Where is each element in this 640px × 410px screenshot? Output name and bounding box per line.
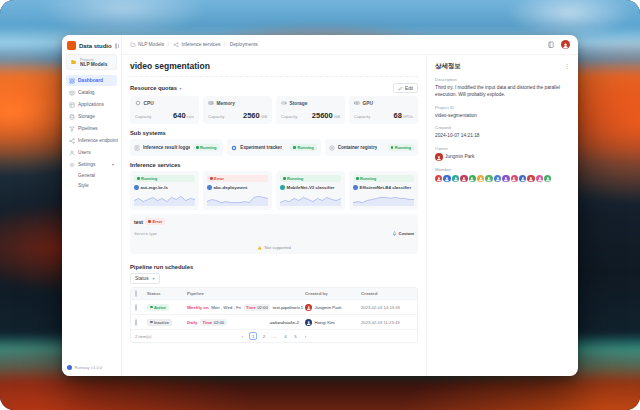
service-card[interactable]: Running EfficientNet-B4 classifier [349, 171, 418, 210]
drive-icon [281, 100, 287, 106]
project-id-label: Project ID [435, 105, 570, 110]
service-card-test[interactable]: test Error Service type Custom [130, 214, 418, 254]
member-avatar[interactable] [502, 175, 509, 182]
status-badge: Inactive [147, 319, 172, 326]
creator-name: Hongi Kim [315, 320, 335, 325]
member-avatar[interactable] [452, 175, 459, 182]
quota-name: CPU [144, 101, 154, 106]
status-badge: Active [147, 304, 169, 311]
select-all-checkbox[interactable] [135, 290, 137, 297]
description-label: Description [435, 77, 570, 82]
table-row[interactable]: Inactive Daily Time02:00 awkwahaafin-2 H… [131, 314, 417, 329]
member-avatar[interactable] [460, 175, 467, 182]
prev-page-button[interactable]: ‹ [239, 333, 246, 339]
creator-name: Jungmin Park [315, 305, 342, 310]
member-avatar[interactable] [536, 175, 543, 182]
sub-system-card-registry[interactable]: Container registry Running [325, 139, 418, 156]
member-avatar[interactable] [477, 175, 484, 182]
folder-icon [130, 42, 136, 48]
page-button-1[interactable]: 1 [249, 332, 257, 340]
creator-avatar [305, 304, 312, 311]
sidebar-item-dashboard[interactable]: Dashboard [66, 75, 117, 86]
row-checkbox[interactable] [135, 304, 137, 311]
next-page-button[interactable]: › [302, 333, 309, 339]
breadcrumb-item-inference-services[interactable]: Inference services [173, 42, 220, 48]
table-row[interactable]: Active Weekly on Mon , Wed , Fri Time02:… [131, 299, 417, 314]
sidebar-item-inference-endpoint[interactable]: Inference endpoint [66, 135, 117, 146]
member-avatar[interactable] [443, 175, 450, 182]
app-logo-icon [67, 41, 76, 50]
sub-system-card-logger[interactable]: Inference result logger Running [130, 139, 223, 156]
member-avatar[interactable] [527, 175, 534, 182]
member-avatar[interactable] [511, 175, 518, 182]
service-card[interactable]: Running MobileNet-V3 classifier [276, 171, 345, 210]
quota-name: GPU [363, 101, 373, 106]
schedule-type: Daily [187, 320, 198, 325]
capacity-label: Capacity [354, 114, 370, 119]
member-avatar[interactable] [544, 175, 551, 182]
topbar: NLP Models / Inference services / Deploy… [122, 35, 578, 55]
description-value: Third try. I modified the input data and… [435, 84, 570, 99]
chevron-down-icon[interactable]: ▾ [180, 86, 182, 91]
service-name: test [134, 219, 143, 225]
sidebar-item-catalog[interactable]: Catalog [66, 87, 117, 98]
warning-icon [257, 245, 263, 250]
column-header-created: Created [361, 291, 413, 296]
more-vertical-icon[interactable]: ⋮ [565, 64, 571, 70]
pencil-icon [398, 86, 403, 91]
owner-name: Jungmin Park [445, 154, 474, 159]
service-name: MobileNet-V3 classifier [287, 185, 335, 190]
warning-message: Not supported [134, 245, 414, 250]
breadcrumb-item-project[interactable]: NLP Models [130, 42, 164, 48]
quota-card-memory[interactable]: Memory Capacity2560GiB [203, 96, 272, 124]
quota-card-storage[interactable]: Storage Capacity25600GiB [276, 96, 345, 124]
quota-card-cpu[interactable]: CPU Capacity640core [130, 96, 199, 124]
breadcrumb-item-deployments[interactable]: Deployments [230, 42, 258, 47]
nodes-icon [173, 42, 179, 48]
sidebar-item-users[interactable]: Users [66, 147, 117, 158]
main-region: NLP Models / Inference services / Deploy… [122, 35, 578, 376]
status-filter-select[interactable]: Status ▾ [130, 273, 160, 284]
row-checkbox[interactable] [135, 319, 137, 326]
page-button-4[interactable]: 4 [282, 333, 289, 339]
user-avatar[interactable] [561, 40, 570, 49]
edit-quotas-button[interactable]: Edit [393, 83, 418, 93]
member-avatar[interactable] [494, 175, 501, 182]
member-avatars [435, 175, 570, 182]
endpoint-icon [69, 138, 75, 144]
section-title: Inference services [130, 162, 181, 168]
pipelines-icon [69, 126, 75, 132]
quota-name: Memory [217, 101, 235, 106]
sidebar-item-settings[interactable]: Settings ▾ [66, 159, 117, 170]
sidebar-item-general[interactable]: General [66, 171, 117, 180]
capacity-label: Capacity [135, 114, 151, 119]
sidebar-item-label: Storage [78, 114, 95, 119]
page-button-5[interactable]: 5 [292, 333, 299, 339]
member-avatar[interactable] [519, 175, 526, 182]
project-selector[interactable]: Projects NLP Models [66, 54, 117, 70]
page-button-2[interactable]: 2 [261, 333, 268, 339]
service-icon [280, 185, 285, 190]
logger-icon [134, 145, 140, 151]
sub-system-name: Inference result logger [143, 145, 190, 150]
sidebar-item-pipelines[interactable]: Pipelines [66, 123, 117, 134]
collapse-sidebar-icon[interactable] [115, 43, 117, 49]
member-avatar[interactable] [469, 175, 476, 182]
metric-sparkline [134, 193, 195, 206]
sidebar-item-storage[interactable]: Storage [66, 111, 117, 122]
runway-logo-icon [67, 365, 72, 370]
quota-card-gpu[interactable]: GPU Capacity68GPUs [349, 96, 418, 124]
created-timestamp: 2023-02-03 11:23:43 [361, 320, 413, 325]
service-card[interactable]: Error abc-deployment [203, 171, 272, 210]
sidebar-item-style[interactable]: Style [66, 181, 117, 190]
quota-value: 2560GiB [243, 111, 267, 120]
sidebar-item-applications[interactable]: Applications [66, 99, 117, 110]
member-avatar[interactable] [485, 175, 492, 182]
service-icon [134, 185, 139, 190]
member-avatar[interactable] [435, 175, 442, 182]
detail-panel-title: 상세정보 [435, 62, 565, 71]
docs-button[interactable] [547, 41, 555, 49]
service-type-label: Service type [134, 231, 157, 236]
service-card[interactable]: Running aut-mgr-br-ls [130, 171, 199, 210]
sub-system-card-tracker[interactable]: Experiment tracker Running [227, 139, 320, 156]
